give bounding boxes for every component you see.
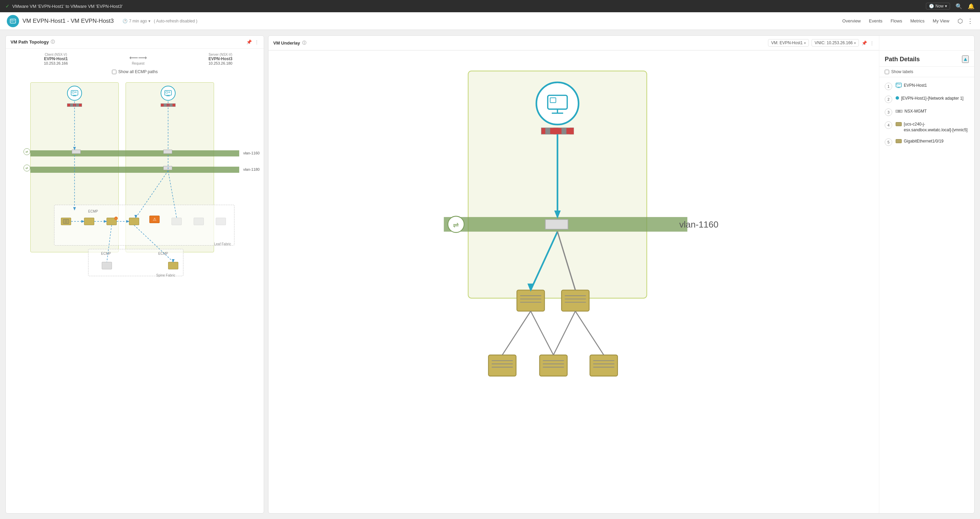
menu-icon[interactable]: ⋮ <box>967 17 973 25</box>
leaf-node-5 <box>172 217 182 225</box>
step-num-5: 5 <box>885 138 892 146</box>
path-step-1: 1 EVPN-Host1 <box>879 80 974 93</box>
underlay-info-icon[interactable]: ⓘ <box>302 40 306 46</box>
topology-info-icon[interactable]: ⓘ <box>51 39 55 45</box>
pin-icon-underlay[interactable]: 📌 <box>862 40 867 46</box>
vlan1-label: vlan-1160 <box>243 151 259 155</box>
leaf-node-6 <box>194 217 204 225</box>
show-ecmp-row: Show all ECMP paths <box>10 68 259 76</box>
ecmp3-label: ECMP <box>158 252 168 256</box>
header-nav: Overview Events Flows Metrics My View ⬡ … <box>842 17 973 25</box>
nav-overview[interactable]: Overview <box>842 18 861 24</box>
vlan-bar-2 <box>30 167 239 173</box>
underlay-diagram: vlan-1160 ⇌ <box>269 51 879 513</box>
nic-strip-left <box>67 103 82 107</box>
right-panel-content: vlan-1160 ⇌ <box>269 51 974 513</box>
topology-icon[interactable]: ⬡ <box>958 17 963 25</box>
svg-rect-1 <box>11 20 13 21</box>
nav-metrics[interactable]: Metrics <box>910 18 924 24</box>
dot-step-icon-2 <box>896 96 899 100</box>
vm-icon-client <box>67 86 82 101</box>
show-ecmp-checkbox[interactable] <box>112 70 116 74</box>
collapse-button[interactable]: ▲ <box>962 56 969 63</box>
top-bar: ✓ VMware VM 'EVPN-Host1' to VMware VM 'E… <box>0 0 980 12</box>
nav-events[interactable]: Events <box>869 18 883 24</box>
header-left: VM EVPN-Host1 - VM EVPN-Host3 🕐 7 min ag… <box>7 15 197 27</box>
header: VM EVPN-Host1 - VM EVPN-Host3 🕐 7 min ag… <box>0 12 980 30</box>
svg-point-39 <box>536 82 579 124</box>
pin-icon[interactable]: 📌 <box>247 40 252 44</box>
underlay-controls: VM: EVPN-Host1 ▾ VNIC: 10.253.26.166 ▾ 📌… <box>768 39 874 47</box>
time-icon: 🕐 <box>123 19 127 24</box>
nic-strip-right <box>161 103 176 107</box>
topology-panel-actions: 📌 ⋮ <box>247 40 259 44</box>
vm-icon-server <box>161 86 176 101</box>
topology-panel-header: VM Path Topology ⓘ 📌 ⋮ <box>6 36 264 49</box>
path-details-header-spacer <box>879 36 974 50</box>
path-step-4: 4 [ucs-c240-j-esx.sa <box>879 119 974 136</box>
top-bar-status: VMware VM 'EVPN-Host1' to VMware VM 'EVP… <box>12 4 123 9</box>
vm-path-topology-panel: VM Path Topology ⓘ 📌 ⋮ Client (NSX-V) EV… <box>5 35 264 514</box>
spine-node-2 <box>168 262 178 269</box>
path-step-2: 2 [EVPN-Host1]-[Network adapter 1] <box>879 93 974 106</box>
svg-text:vlan-1160: vlan-1160 <box>679 219 718 230</box>
step-num-4: 4 <box>885 121 892 129</box>
connector-step-icon-3 <box>896 110 902 113</box>
step-num-2: 2 <box>885 95 892 103</box>
leaf-node-4 <box>129 217 139 225</box>
more-icon[interactable]: ⋮ <box>255 40 259 44</box>
right-panel: VM Underlay ⓘ VM: EVPN-Host1 ▾ VNIC: 10.… <box>268 35 975 514</box>
vlan2-left-icon: ⇌ <box>24 165 30 171</box>
svg-rect-64 <box>488 355 516 376</box>
show-labels-checkbox[interactable] <box>885 70 889 74</box>
spine-node-1 <box>102 262 112 269</box>
path-step-3: 3 NSX-MGMT <box>879 106 974 119</box>
switch-vlan1-left <box>72 150 81 154</box>
path-details-section: Path Details ▲ Show labels 1 <box>879 51 974 513</box>
more-icon-underlay[interactable]: ⋮ <box>870 40 874 46</box>
ecmp2-label: ECMP <box>101 252 111 256</box>
vnic-selector[interactable]: VNIC: 10.253.26.166 ▾ <box>811 39 859 47</box>
check-icon: ✓ <box>5 3 10 9</box>
topology-diagram: vlan-1160 vlan-1180 ⇌ ⇌ Leaf Fabric Spin… <box>10 76 259 279</box>
svg-rect-45 <box>546 128 550 134</box>
vm-selector[interactable]: VM: EVPN-Host1 ▾ <box>768 39 809 47</box>
svg-rect-60 <box>562 290 589 311</box>
leaf-node-7 <box>216 217 226 225</box>
search-icon[interactable]: 🔍 <box>956 3 962 10</box>
now-button[interactable]: 🕐 Now ▾ <box>926 3 950 10</box>
top-bar-left: ✓ VMware VM 'EVPN-Host1' to VMware VM 'E… <box>5 3 123 9</box>
svg-rect-56 <box>517 290 544 311</box>
step-num-1: 1 <box>885 83 892 90</box>
svg-rect-47 <box>562 128 566 134</box>
switch-vlan2-right <box>163 166 172 170</box>
esx-step-icon-5 <box>896 139 902 143</box>
leaf-node-1 <box>61 217 71 225</box>
path-step-5: 5 GigabitEthernet1/0 <box>879 136 974 149</box>
leaf-node-3: ! <box>107 217 117 225</box>
vm-chevron-icon: ▾ <box>804 41 806 45</box>
svg-rect-5 <box>72 92 74 93</box>
underlay-title: VM Underlay ⓘ <box>273 40 306 46</box>
right-panel-header: VM Underlay ⓘ VM: EVPN-Host1 ▾ VNIC: 10.… <box>269 36 974 51</box>
svg-line-82 <box>576 311 604 355</box>
request-indicator: ⟵⟶ Request <box>129 54 147 65</box>
time-indicator[interactable]: 🕐 7 min ago ▾ <box>123 19 150 24</box>
step-num-3: 3 <box>885 108 892 116</box>
svg-line-81 <box>553 311 575 355</box>
chevron-down-icon: ▾ <box>945 4 947 8</box>
svg-text:⇌: ⇌ <box>453 221 459 229</box>
page-title: VM EVPN-Host1 - VM EVPN-Host3 <box>22 18 114 24</box>
app-icon <box>7 15 19 27</box>
client-endpoint: Client (NSX-V) EVPN-Host1 10.253.26.166 <box>44 53 68 65</box>
nav-flows[interactable]: Flows <box>891 18 902 24</box>
topology-content: Client (NSX-V) EVPN-Host1 10.253.26.166 … <box>6 49 264 511</box>
leaf-node-warning: ⚠ <box>150 216 159 223</box>
ecmp1-label: ECMP <box>88 210 98 213</box>
vm-step-icon-1 <box>896 83 902 88</box>
nav-myview[interactable]: My View <box>933 18 950 24</box>
server-endpoint: Server (NSX-V) EVPN-Host3 10.253.26.180 <box>208 53 232 65</box>
notification-icon[interactable]: 🔔 <box>968 3 975 10</box>
path-details-header: Path Details ▲ <box>879 51 974 67</box>
path-steps: 1 EVPN-Host1 <box>879 77 974 151</box>
